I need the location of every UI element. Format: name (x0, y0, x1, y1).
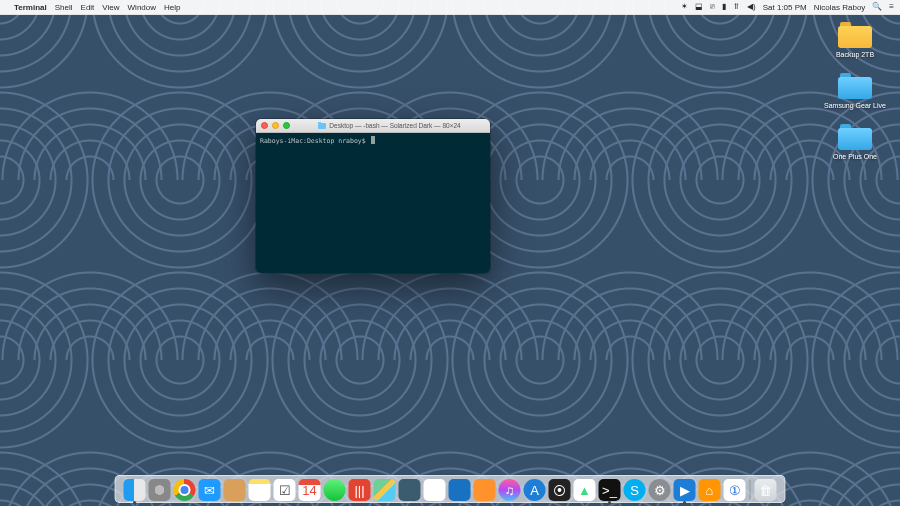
dock-item-skype[interactable]: S (624, 479, 646, 501)
dock-item-numbers[interactable]: ▮▮ (424, 479, 446, 501)
terminal-window[interactable]: Desktop — -bash — Solarized Dark — 80×24… (256, 119, 490, 273)
dock-item-keynote[interactable] (449, 479, 471, 501)
dock-item-unity[interactable]: ⦿ (549, 479, 571, 501)
terminal-prompt: Raboys-iMac:Desktop nraboy$ (260, 137, 370, 145)
menu-edit[interactable]: Edit (81, 3, 95, 12)
menu-help[interactable]: Help (164, 3, 180, 12)
volume-menu-icon[interactable]: ◀) (747, 3, 756, 11)
notification-center-icon[interactable]: ≡ (889, 3, 894, 11)
folder-icon (838, 22, 872, 48)
dock-item-reminders[interactable]: ☑ (274, 479, 296, 501)
dock-item-android-studio[interactable]: ▲ (574, 479, 596, 501)
dock-item-1password[interactable]: ① (724, 479, 746, 501)
app-name[interactable]: Terminal (14, 3, 47, 12)
desktop-folder[interactable]: Backup 2TB (836, 22, 874, 59)
dock-item-notes[interactable] (249, 479, 271, 501)
battery-menu-icon[interactable]: ▮ (722, 3, 726, 11)
running-indicator-icon (683, 501, 686, 504)
menu-shell[interactable]: Shell (55, 3, 73, 12)
running-indicator-icon (608, 501, 611, 504)
dock-item-mail[interactable]: ✉ (199, 479, 221, 501)
terminal-title-text: Desktop — -bash — Solarized Dark — 80×24 (329, 122, 460, 129)
desktop-icons-area: Backup 2TBSamsung Gear LiveOne Plus One (820, 22, 890, 161)
wifi-menu-icon[interactable]: ⥣ (733, 3, 740, 11)
folder-icon (838, 124, 872, 150)
user-name-text[interactable]: Nicolas Raboy (814, 3, 866, 12)
dock-item-app-store[interactable]: A (524, 479, 546, 501)
display-menu-icon[interactable]: ⎚ (710, 3, 715, 11)
dock-item-todoist[interactable]: ||| (349, 479, 371, 501)
desktop-folder-label: One Plus One (833, 153, 877, 161)
close-button-icon[interactable] (261, 122, 268, 129)
running-indicator-icon (133, 501, 136, 504)
dock-item-calendar[interactable]: 14 (299, 479, 321, 501)
dock-item-sublime-text[interactable]: ⌂ (699, 479, 721, 501)
desktop-folder-label: Samsung Gear Live (824, 102, 886, 110)
dock-item-contacts[interactable] (224, 479, 246, 501)
dock-item-pages[interactable] (474, 479, 496, 501)
dock-separator (750, 480, 751, 500)
menu-window[interactable]: Window (128, 3, 156, 12)
dock-item-system-preferences[interactable]: ⚙ (649, 479, 671, 501)
dock-item-screenflow[interactable]: ▶ (674, 479, 696, 501)
desktop-folder[interactable]: Samsung Gear Live (824, 73, 886, 110)
dock-item-google-chrome[interactable] (174, 479, 196, 501)
dock-item-maps[interactable] (374, 479, 396, 501)
dock-item-itunes[interactable]: ♫ (499, 479, 521, 501)
desktop-folder[interactable]: One Plus One (833, 124, 877, 161)
dock-item-terminal[interactable]: >_ (599, 479, 621, 501)
minimize-button-icon[interactable] (272, 122, 279, 129)
desktop-folder-label: Backup 2TB (836, 51, 874, 59)
dock-item-launchpad[interactable] (149, 479, 171, 501)
terminal-cursor (371, 136, 375, 144)
menu-view[interactable]: View (102, 3, 119, 12)
dock: ✉☑14|||▮▮♫A⦿▲>_S⚙▶⌂①🗑 (115, 475, 786, 503)
dock-item-trash[interactable]: 🗑 (755, 479, 777, 501)
terminal-content[interactable]: Raboys-iMac:Desktop nraboy$ (256, 133, 490, 273)
clock-text[interactable]: Sat 1:05 PM (763, 3, 807, 12)
dock-item-messages[interactable] (324, 479, 346, 501)
zoom-button-icon[interactable] (283, 122, 290, 129)
spotlight-icon[interactable]: 🔍 (872, 3, 882, 11)
dock-item-preview[interactable] (399, 479, 421, 501)
folder-icon (838, 73, 872, 99)
terminal-title: Desktop — -bash — Solarized Dark — 80×24 (294, 122, 485, 129)
dropbox-menu-icon[interactable]: ⬓ (695, 3, 703, 11)
dock-item-finder[interactable] (124, 479, 146, 501)
menu-bar: Terminal Shell Edit View Window Help ✶ ⬓… (0, 0, 900, 15)
folder-proxy-icon[interactable] (318, 123, 326, 129)
terminal-titlebar[interactable]: Desktop — -bash — Solarized Dark — 80×24 (256, 119, 490, 133)
evernote-menu-icon[interactable]: ✶ (681, 3, 688, 11)
